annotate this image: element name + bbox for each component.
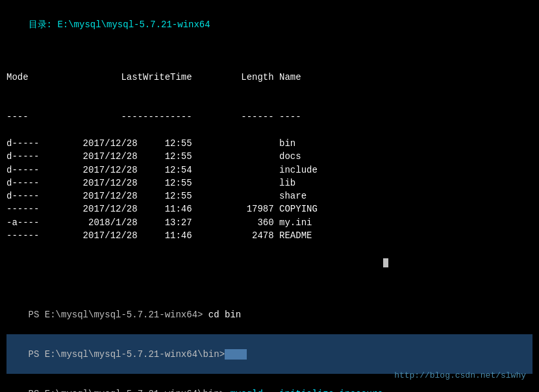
terminal-window: 目录: E:\mysql\mysql-5.7.21-winx64 Mode La… <box>0 0 539 392</box>
blank2 <box>6 282 533 295</box>
dir-entry-bin: d----- 2017/12/28 12:55 bin <box>6 137 533 150</box>
dir-entry-lib: d----- 2017/12/28 12:55 lib <box>6 177 533 190</box>
blank1 <box>6 45 533 58</box>
dir-entry-docs: d----- 2017/12/28 12:55 docs <box>6 150 533 163</box>
dir-title: 目录: E:\mysql\mysql-5.7.21-winx64 <box>6 5 533 45</box>
dir-entry-include: d----- 2017/12/28 12:54 include <box>6 164 533 177</box>
cursor <box>383 258 388 267</box>
cursor-line <box>6 242 533 282</box>
dir-entry-copying: ------ 2017/12/28 11:46 17987 COPYING <box>6 202 533 215</box>
col-sep: ---- ------------- ------ ---- <box>6 97 533 137</box>
col-headers: Mode LastWriteTime Length Name <box>6 58 533 97</box>
dir-entry-myini: -a---- 2018/1/28 13:27 360 my.ini <box>6 216 533 229</box>
dir-entry-share: d----- 2017/12/28 12:55 share <box>6 190 533 202</box>
cmd-cd-bin: PS E:\mysql\mysql-5.7.21-winx64> cd bin <box>6 295 533 335</box>
cmd-empty-highlight: PS E:\mysql\mysql-5.7.21-winx64\bin>____ <box>6 334 533 374</box>
watermark: http://blog.csdn.net/slwhy <box>394 371 526 380</box>
dir-entry-readme: ------ 2017/12/28 11:46 2478 README <box>6 229 533 242</box>
